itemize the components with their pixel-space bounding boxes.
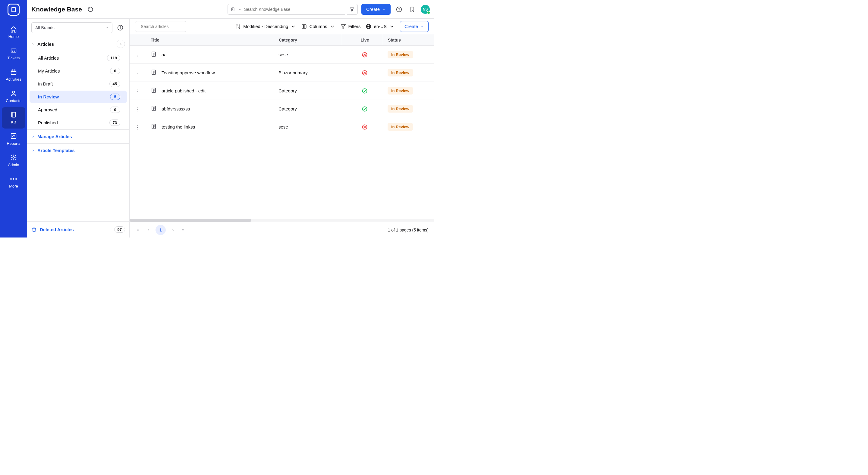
table-row[interactable]: ⋮aaseseIn Review [130, 46, 434, 64]
article-templates-label: Article Templates [37, 148, 75, 153]
col-category[interactable]: Category [274, 34, 342, 45]
app-logo[interactable] [7, 4, 20, 15]
document-icon [151, 87, 157, 94]
pager-first[interactable]: « [135, 228, 141, 232]
svg-rect-23 [302, 25, 307, 28]
filter-in-review[interactable]: In Review5 [30, 91, 127, 103]
ticket-icon [10, 47, 17, 54]
collapse-panel-button[interactable] [117, 40, 125, 48]
nav-kb[interactable]: KB [2, 107, 25, 129]
filter-label: Approved [38, 107, 57, 112]
sort-label: Modified - Descending [243, 24, 288, 29]
filter-count: 5 [110, 94, 120, 100]
col-status[interactable]: Status [383, 34, 434, 45]
nav-reports[interactable]: Reports [2, 129, 25, 150]
drag-handle[interactable]: ⋮ [135, 70, 140, 76]
filter-my-articles[interactable]: My Articles0 [30, 65, 127, 77]
filter-approved[interactable]: Approved0 [30, 104, 127, 116]
nav-activities[interactable]: Activities [2, 64, 25, 86]
articles-tree-toggle[interactable]: Articles [31, 41, 54, 47]
row-category: sese [278, 124, 288, 129]
right-panel: Modified - Descending Columns Filters en… [130, 19, 434, 238]
status-badge: In Review [388, 123, 413, 131]
col-title[interactable]: Title [145, 38, 274, 42]
table-row[interactable]: ⋮testing the linkssseseIn Review [130, 118, 434, 136]
table-header: Title Category Live Status [130, 34, 434, 46]
nav-tickets[interactable]: Tickets [2, 43, 25, 64]
create-article-button[interactable]: Create [400, 21, 429, 32]
articles-tree-label: Articles [37, 41, 54, 47]
filters-button[interactable]: Filters [341, 24, 361, 29]
brand-select[interactable]: All Brands [31, 22, 113, 33]
nav-home[interactable]: Home [2, 22, 25, 43]
drag-handle[interactable]: ⋮ [135, 88, 140, 94]
refresh-button[interactable] [86, 4, 95, 14]
svg-point-11 [13, 157, 14, 158]
table-row[interactable]: ⋮article published - editCategoryIn Revi… [130, 82, 434, 100]
filter-label: In Review [38, 94, 59, 99]
manage-articles-section[interactable]: Manage Articles [27, 129, 129, 143]
global-search[interactable] [227, 4, 345, 15]
status-badge: In Review [388, 87, 413, 95]
document-icon [151, 51, 157, 58]
status-badge: In Review [388, 105, 413, 112]
filter-in-draft[interactable]: In Draft45 [30, 78, 127, 90]
row-live [342, 46, 383, 64]
create-article-label: Create [404, 24, 418, 29]
pager-current[interactable]: 1 [156, 225, 166, 235]
row-category: sese [278, 52, 288, 57]
drag-handle[interactable]: ⋮ [135, 124, 140, 130]
gear-icon [10, 154, 17, 161]
drag-handle[interactable]: ⋮ [135, 106, 140, 112]
article-search-input[interactable] [141, 24, 193, 29]
article-search[interactable] [135, 21, 186, 32]
brand-select-value: All Brands [35, 25, 55, 30]
deleted-articles-link[interactable]: Deleted Articles 97 [27, 221, 129, 238]
filter-count: 0 [110, 68, 120, 74]
nav-contacts[interactable]: Contacts [2, 86, 25, 107]
filter-label: All Articles [38, 56, 59, 61]
bookmark-button[interactable] [407, 4, 417, 14]
global-search-input[interactable] [244, 7, 342, 12]
filter-count: 45 [110, 81, 120, 87]
filter-published[interactable]: Published73 [30, 116, 127, 129]
manage-articles-label: Manage Articles [37, 134, 72, 139]
svg-rect-0 [11, 49, 16, 53]
row-title: testing the linkss [161, 124, 195, 129]
article-templates-section[interactable]: Article Templates [27, 143, 129, 157]
row-title: aa [161, 52, 167, 57]
search-filter-toggle[interactable] [347, 4, 358, 15]
svg-point-7 [12, 91, 14, 93]
locale-button[interactable]: en-US [366, 24, 395, 29]
presence-indicator [427, 11, 430, 14]
row-title: Teasting approve workflow [161, 70, 215, 75]
table-row[interactable]: ⋮Teasting approve workflowBlazor primary… [130, 64, 434, 82]
filter-all-articles[interactable]: All Articles118 [30, 52, 127, 64]
pager-prev[interactable]: ‹ [145, 228, 151, 232]
status-badge: In Review [388, 51, 413, 58]
pager-next[interactable]: › [170, 228, 176, 232]
pager-last[interactable]: » [180, 228, 186, 232]
horizontal-scrollbar[interactable] [130, 219, 434, 222]
drag-handle[interactable]: ⋮ [135, 52, 140, 58]
chart-icon [10, 133, 17, 139]
sort-button[interactable]: Modified - Descending [236, 24, 296, 29]
page-title: Knowledge Base [31, 6, 82, 13]
create-button[interactable]: Create [361, 4, 391, 15]
table-toolbar: Modified - Descending Columns Filters en… [130, 19, 434, 34]
svg-point-1 [12, 51, 13, 52]
col-live[interactable]: Live [342, 34, 383, 45]
svg-point-20 [120, 26, 121, 27]
row-category: Category [278, 106, 297, 111]
filters-label: Filters [348, 24, 361, 29]
nav-more[interactable]: More [2, 171, 25, 193]
columns-button[interactable]: Columns [301, 24, 335, 29]
nav-admin[interactable]: Admin [2, 150, 25, 171]
row-category: Category [278, 88, 297, 93]
user-avatar[interactable]: NS [421, 5, 430, 14]
table-row[interactable]: ⋮abfdvrssssxssCategoryIn Review [130, 100, 434, 118]
document-icon [151, 105, 157, 112]
help-button[interactable] [394, 4, 404, 14]
brand-info-button[interactable] [116, 23, 125, 33]
row-live [342, 118, 383, 136]
